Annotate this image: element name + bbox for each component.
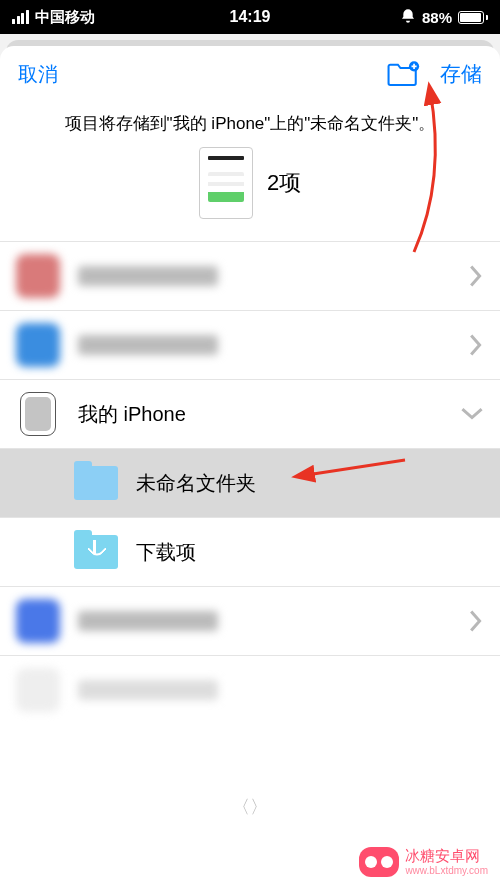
preview-row: 2项: [0, 139, 500, 241]
battery-percent-label: 88%: [422, 9, 452, 26]
blurred-label: [78, 266, 218, 286]
chevron-right-icon: [468, 609, 484, 633]
list-item-my-iphone[interactable]: 我的 iPhone: [0, 380, 500, 449]
save-description: 项目将存储到"我的 iPhone"上的"未命名文件夹"。: [0, 94, 500, 139]
drag-handle-icon: 〈〉: [232, 795, 268, 819]
blurred-label: [78, 611, 218, 631]
location-label: 我的 iPhone: [78, 401, 460, 428]
battery-icon: [458, 11, 488, 24]
blurred-label: [78, 680, 218, 700]
app-icon: [16, 254, 60, 298]
cloud-icon: [16, 668, 60, 712]
status-right: 88%: [329, 8, 488, 27]
iphone-icon: [16, 392, 60, 436]
list-item[interactable]: [0, 587, 500, 656]
app-icon: [16, 323, 60, 367]
chevron-down-icon: [460, 406, 484, 422]
carrier-label: 中国移动: [35, 8, 95, 27]
status-left: 中国移动: [12, 8, 171, 27]
list-item-downloads[interactable]: 下载项: [0, 518, 500, 587]
watermark-title: 冰糖安卓网: [405, 848, 488, 865]
list-item[interactable]: [0, 242, 500, 311]
blurred-label: [78, 335, 218, 355]
chevron-right-icon: [468, 264, 484, 288]
list-item-unnamed-folder[interactable]: 未命名文件夹: [0, 449, 500, 518]
signal-icon: [12, 10, 29, 24]
list-item[interactable]: [0, 656, 500, 724]
chevron-right-icon: [468, 333, 484, 357]
alarm-icon: [400, 8, 416, 27]
list-item[interactable]: [0, 311, 500, 380]
folder-icon: [74, 461, 118, 505]
location-label: 下载项: [136, 539, 484, 566]
watermark-logo-icon: [359, 847, 399, 877]
watermark: 冰糖安卓网 www.bLxtdmy.com: [359, 847, 488, 877]
cancel-button[interactable]: 取消: [18, 61, 58, 88]
watermark-url: www.bLxtdmy.com: [405, 865, 488, 876]
status-time: 14:19: [171, 8, 330, 26]
location-list: 我的 iPhone 未命名文件夹 下载项: [0, 241, 500, 724]
status-bar: 中国移动 14:19 88%: [0, 0, 500, 34]
app-icon: [16, 599, 60, 643]
preview-thumbnail: [199, 147, 253, 219]
preview-count-label: 2项: [267, 168, 301, 198]
save-sheet: 取消 存储 项目将存储到"我的 iPhone"上的"未命名文件夹"。 2项: [0, 46, 500, 889]
location-label: 未命名文件夹: [136, 470, 484, 497]
save-button[interactable]: 存储: [440, 60, 482, 88]
new-folder-button[interactable]: [386, 60, 420, 88]
downloads-folder-icon: [74, 530, 118, 574]
nav-bar: 取消 存储: [0, 46, 500, 94]
